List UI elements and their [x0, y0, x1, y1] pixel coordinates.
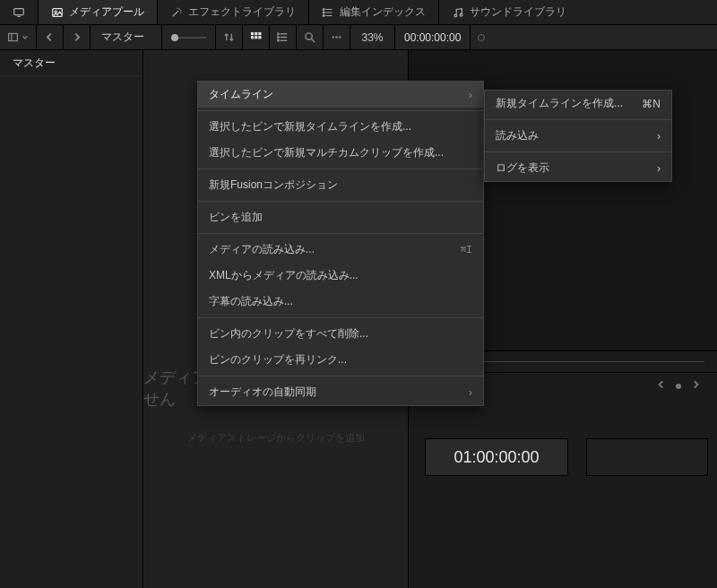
menu-label: 新規タイムラインを作成... — [496, 96, 623, 111]
submenu-item-show-log[interactable]: ログを表示 › — [485, 155, 671, 181]
thumb-size-slider[interactable] — [162, 25, 216, 49]
nav-back-button[interactable] — [37, 25, 64, 49]
music-icon — [452, 6, 464, 19]
svg-point-4 — [323, 12, 324, 13]
search-button[interactable] — [297, 25, 324, 49]
breadcrumb-label: マスター — [101, 30, 144, 45]
menu-label: メディアの読み込み... — [209, 242, 315, 257]
clip-thumbnail — [586, 438, 708, 476]
viewer-timecode-value: 01:00:00:00 — [454, 448, 539, 467]
svg-point-19 — [333, 36, 334, 38]
menu-item-new-fusion[interactable]: 新規Fusionコンポジション — [198, 172, 483, 198]
tab-label: エフェクトライブラリ — [188, 4, 296, 20]
viewer-timecode[interactable]: 01:00:00:00 — [425, 438, 568, 476]
tab-media-pool[interactable]: メディアプール — [39, 0, 158, 24]
menu-label: 新規Fusionコンポジション — [209, 177, 338, 193]
menu-label: 選択したビンで新規マルチカムクリップを作成... — [209, 145, 444, 160]
svg-point-18 — [306, 33, 312, 39]
image-icon — [51, 6, 64, 19]
sort-button[interactable] — [216, 25, 243, 49]
workspace-tabs: メディアプール エフェクトライブラリ 編集インデックス サウンドライブラリ — [0, 0, 717, 25]
menu-item-new-multicam-from-bin[interactable]: 選択したビンで新規マルチカムクリップを作成... — [198, 140, 483, 166]
media-pool-toolbar: マスター 33% 00:00:00:00 — [0, 25, 717, 50]
sidebar-item-label: マスター — [13, 56, 56, 69]
menu-item-timeline[interactable]: タイムライン › — [198, 82, 483, 108]
tab-label: サウンドライブラリ — [470, 4, 566, 20]
submenu-item-import[interactable]: 読み込み › — [485, 123, 671, 149]
menu-item-add-bin[interactable]: ビンを追加 — [198, 204, 483, 230]
tab-sound-library[interactable]: サウンドライブラリ — [439, 0, 579, 24]
menu-item-import-subs[interactable]: 字幕の読み込み... — [198, 289, 483, 315]
next-clip-button[interactable] — [690, 379, 701, 393]
menu-label: タイムライン — [209, 87, 273, 102]
menu-label: 字幕の読み込み... — [209, 294, 293, 309]
svg-rect-8 — [9, 33, 18, 40]
svg-rect-0 — [14, 8, 24, 14]
menu-label: XMLからメディアの読み込み... — [209, 268, 358, 283]
context-menu: タイムライン › 選択したビンで新規タイムラインを作成... 選択したビンで新規… — [197, 81, 484, 406]
menu-label: 選択したビンで新規タイムラインを作成... — [209, 119, 411, 134]
menu-label: ビンを追加 — [209, 210, 263, 225]
thumb-view-button[interactable] — [243, 25, 270, 49]
more-options-button[interactable] — [324, 25, 350, 49]
svg-rect-13 — [255, 36, 257, 39]
marker-dropdown[interactable] — [471, 25, 492, 49]
nav-forward-button[interactable] — [64, 25, 91, 49]
svg-rect-14 — [258, 36, 261, 39]
svg-rect-12 — [251, 36, 254, 39]
sidebar-item-master[interactable]: マスター — [0, 50, 143, 77]
timeline-submenu: 新規タイムラインを作成... ⌘N 読み込み › ログを表示 › — [484, 90, 672, 182]
tab-edit-index[interactable]: 編集インデックス — [309, 0, 439, 24]
marker-icon — [478, 34, 485, 41]
svg-point-15 — [277, 33, 279, 35]
menu-shortcut: ⌘I — [461, 244, 472, 255]
svg-point-5 — [323, 14, 324, 16]
svg-rect-10 — [255, 32, 257, 35]
list-view-button[interactable] — [270, 25, 297, 49]
menu-label: オーディオの自動同期 — [209, 385, 316, 400]
monitor-icon — [13, 6, 25, 19]
svg-rect-11 — [258, 32, 261, 35]
zoom-display[interactable]: 33% — [350, 25, 395, 49]
list-icon — [322, 6, 334, 19]
svg-point-20 — [335, 36, 337, 38]
svg-point-3 — [323, 8, 324, 10]
svg-point-21 — [339, 36, 341, 38]
svg-point-16 — [277, 37, 279, 39]
tab-label: 編集インデックス — [340, 4, 426, 20]
chevron-right-icon: › — [657, 162, 661, 175]
submenu-item-create-new[interactable]: 新規タイムラインを作成... ⌘N — [485, 91, 671, 117]
tab-label: メディアプール — [69, 4, 144, 20]
tab-effects[interactable]: エフェクトライブラリ — [158, 0, 309, 24]
menu-label: ログを表示 — [496, 160, 549, 176]
chevron-right-icon: › — [657, 130, 661, 143]
zoom-value: 33% — [361, 31, 383, 44]
chevron-right-icon: › — [469, 386, 472, 399]
menu-item-import-media[interactable]: メディアの読み込み... ⌘I — [198, 237, 483, 263]
svg-point-17 — [277, 39, 279, 41]
timecode-value: 00:00:00:00 — [404, 31, 461, 44]
menu-item-audio-sync[interactable]: オーディオの自動同期 › — [198, 379, 483, 405]
menu-item-import-xml[interactable]: XMLからメディアの読み込み... — [198, 263, 483, 289]
menu-item-relink-bin[interactable]: ビンのクリップを再リンク... — [198, 347, 483, 373]
panel-layout-button[interactable] — [0, 25, 37, 49]
menu-label: ビン内のクリップをすべて削除... — [209, 326, 368, 342]
bin-sidebar: マスター — [0, 50, 143, 588]
svg-rect-9 — [251, 32, 254, 35]
display-tab[interactable] — [0, 0, 39, 24]
menu-shortcut: ⌘N — [642, 98, 661, 110]
toolbar-timecode[interactable]: 00:00:00:00 — [395, 25, 471, 49]
menu-item-new-timeline-from-bin[interactable]: 選択したビンで新規タイムラインを作成... — [198, 114, 483, 140]
playhead-dot-icon — [676, 384, 681, 389]
breadcrumb-master[interactable]: マスター — [91, 25, 162, 49]
svg-point-7 — [460, 13, 462, 16]
menu-label: ビンのクリップを再リンク... — [209, 352, 347, 368]
chevron-right-icon: › — [469, 89, 472, 101]
menu-item-delete-all-in-bin[interactable]: ビン内のクリップをすべて削除... — [198, 321, 483, 347]
empty-state-hint: メディアストレージからクリップを追加 — [187, 431, 365, 445]
prev-clip-button[interactable] — [656, 379, 667, 393]
svg-point-2 — [55, 10, 56, 12]
svg-point-6 — [454, 14, 457, 17]
menu-label: 読み込み — [496, 128, 539, 143]
wand-icon — [170, 6, 183, 19]
